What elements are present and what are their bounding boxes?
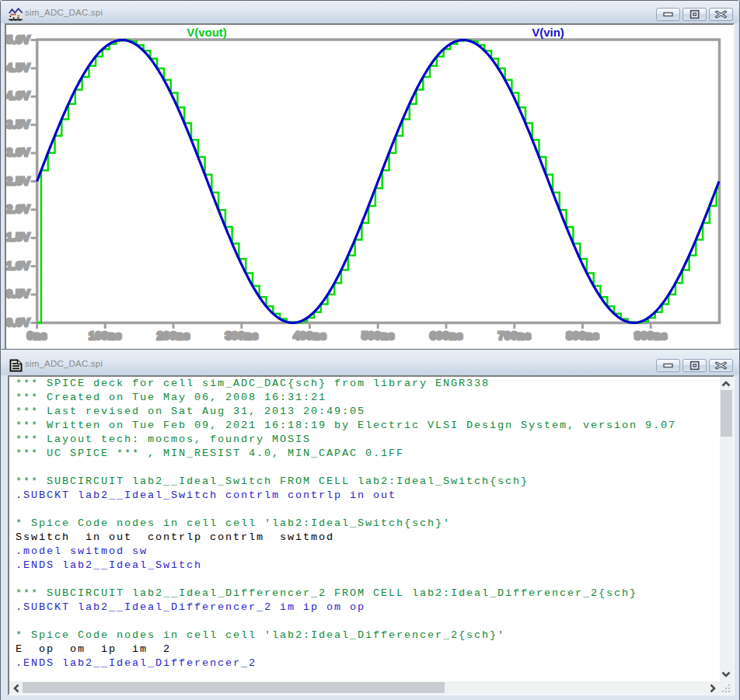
svg-text:0.0V: 0.0V xyxy=(6,315,30,329)
svg-text:V(vin): V(vin) xyxy=(532,26,564,39)
svg-text:500ns: 500ns xyxy=(361,329,395,342)
svg-text:0.5V: 0.5V xyxy=(6,287,30,300)
svg-text:2.5V: 2.5V xyxy=(6,174,30,187)
svg-text:3.5V: 3.5V xyxy=(6,117,30,131)
svg-text:2.0V: 2.0V xyxy=(6,202,30,215)
svg-text:V(vout): V(vout) xyxy=(187,26,227,39)
svg-text:700ns: 700ns xyxy=(498,329,532,342)
svg-text:100ns: 100ns xyxy=(89,329,122,342)
svg-text:300ns: 300ns xyxy=(225,329,259,342)
svg-text:1.0V: 1.0V xyxy=(6,259,30,272)
svg-text:1.5V: 1.5V xyxy=(6,230,30,243)
svg-text:600ns: 600ns xyxy=(430,329,463,342)
svg-text:3.0V: 3.0V xyxy=(6,145,30,158)
svg-text:4.0V: 4.0V xyxy=(6,89,30,102)
svg-text:4.5V: 4.5V xyxy=(6,61,30,74)
svg-text:200ns: 200ns xyxy=(157,329,190,342)
svg-text:900ns: 900ns xyxy=(634,329,668,342)
svg-text:5.0V: 5.0V xyxy=(6,33,30,46)
svg-text:400ns: 400ns xyxy=(293,329,326,342)
svg-text:800ns: 800ns xyxy=(566,329,599,342)
svg-text:0ns: 0ns xyxy=(27,329,47,342)
